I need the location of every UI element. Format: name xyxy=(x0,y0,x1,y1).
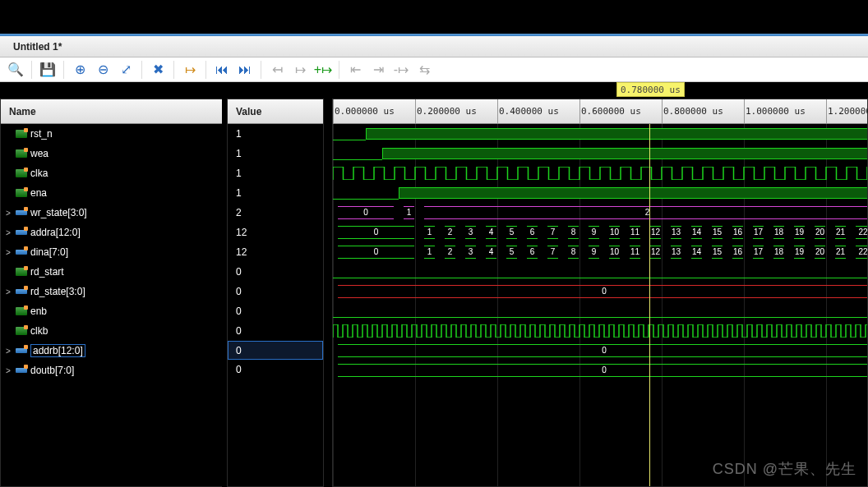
signal-label: ena xyxy=(30,187,47,199)
signal-row-addra120[interactable]: >addra[12:0] xyxy=(1,223,222,242)
bus-signal-icon xyxy=(16,346,27,356)
search-icon[interactable]: 🔍 xyxy=(5,59,26,80)
signal-label: rst_n xyxy=(30,128,53,140)
signal-value: 0 xyxy=(228,301,323,321)
time-tick-label: 0.600000 us xyxy=(581,106,641,117)
signal-value: 0 xyxy=(228,282,323,301)
prev-transition-icon[interactable]: ↤ xyxy=(266,59,288,80)
next-marker-icon[interactable]: ⇥ xyxy=(367,59,389,80)
wave-row-wea[interactable] xyxy=(333,144,867,163)
tab-bar: Untitled 1* xyxy=(0,36,868,57)
cursor-line[interactable] xyxy=(649,124,650,486)
expand-icon[interactable]: > xyxy=(4,287,12,296)
top-black-area xyxy=(0,0,868,34)
bus-signal-icon xyxy=(16,287,27,296)
wave-row-clka[interactable] xyxy=(333,163,867,183)
signal-label: rd_state[3:0] xyxy=(30,286,85,297)
signal-row-ena[interactable]: ena xyxy=(1,183,222,203)
signal-value: 12 xyxy=(228,223,323,242)
wave-row-rst_n[interactable] xyxy=(333,124,867,144)
remove-marker-icon[interactable]: -↦ xyxy=(390,59,412,80)
document-tab[interactable]: Untitled 1* xyxy=(3,37,72,57)
expand-icon[interactable]: > xyxy=(4,248,12,257)
next-transition-icon[interactable]: ↦ xyxy=(289,59,311,80)
wire-signal-icon xyxy=(16,129,27,139)
signal-row-rd_state30[interactable]: >rd_state[3:0] xyxy=(1,282,222,301)
wire-signal-icon xyxy=(16,326,27,336)
name-col-header: Name xyxy=(1,99,222,124)
time-tick-label: 1.000000 us xyxy=(746,106,806,117)
time-ruler[interactable]: 0.000000 us0.200000 us0.400000 us0.60000… xyxy=(333,99,867,124)
signal-row-wr_state30[interactable]: >wr_state[3:0] xyxy=(1,203,222,223)
signal-row-rd_start[interactable]: rd_start xyxy=(1,262,222,282)
signal-label: clkb xyxy=(30,325,48,337)
time-tick-label: 0.200000 us xyxy=(417,106,477,117)
signal-value: 1 xyxy=(228,183,323,203)
signal-label: addra[12:0] xyxy=(30,227,81,238)
wire-signal-icon xyxy=(16,168,27,178)
zoom-fit-icon[interactable]: ⤢ xyxy=(115,59,136,80)
wave-row-addrb[interactable]: 0 xyxy=(333,341,867,361)
signal-row-wea[interactable]: wea xyxy=(1,144,222,163)
save-icon[interactable]: 💾 xyxy=(37,59,58,80)
wire-signal-icon xyxy=(16,149,27,159)
signal-row-rst_n[interactable]: rst_n xyxy=(1,124,222,144)
go-last-icon[interactable]: ⏭ xyxy=(234,59,256,80)
signal-value: 0 xyxy=(228,321,323,341)
signal-label: dina[7:0] xyxy=(30,246,68,258)
signal-value: 0 xyxy=(228,360,323,379)
expand-icon[interactable]: > xyxy=(4,228,12,237)
name-panel: Name rst_nweaclkaena>wr_state[3:0]>addra… xyxy=(0,99,222,487)
wave-row-rd_state[interactable]: 0 xyxy=(333,282,867,301)
prev-marker-icon[interactable]: ⇤ xyxy=(344,59,366,80)
signal-value: 1 xyxy=(228,163,323,183)
swap-cursors-icon[interactable]: ⇆ xyxy=(413,59,435,80)
waveform-panel[interactable]: 0.000000 us0.200000 us0.400000 us0.60000… xyxy=(332,99,868,487)
signal-value: 0 xyxy=(228,341,323,360)
toolbar: 🔍 💾 ⊕ ⊖ ⤢ ✖ ↦ ⏮ ⏭ ↤ ↦ +↦ ⇤ ⇥ -↦ ⇆ xyxy=(0,57,868,82)
wave-row-dina[interactable]: 012345678910111213141516171819202122 xyxy=(333,242,867,262)
wave-row-addra[interactable]: 012345678910111213141516171819202122 xyxy=(333,223,867,242)
bus-signal-icon xyxy=(16,247,27,257)
signal-row-addrb120[interactable]: >addrb[12:0] xyxy=(1,341,222,361)
wave-row-clkb[interactable] xyxy=(333,321,867,341)
signal-row-clka[interactable]: clka xyxy=(1,163,222,183)
bus-signal-icon xyxy=(16,208,27,218)
wire-signal-icon xyxy=(16,188,27,198)
bus-signal-icon xyxy=(16,227,27,237)
signal-row-enb[interactable]: enb xyxy=(1,301,222,321)
signal-row-doutb70[interactable]: >doutb[7:0] xyxy=(1,361,222,380)
signal-row-dina70[interactable]: >dina[7:0] xyxy=(1,242,222,262)
expand-icon[interactable]: > xyxy=(4,347,12,356)
time-tick-label: 1.200000 us xyxy=(828,106,867,117)
signal-value: 1 xyxy=(228,124,323,144)
cursor-readout-bar: 0.780000 us xyxy=(0,82,868,99)
wave-row-ena[interactable] xyxy=(333,183,867,203)
toggle-icon[interactable]: ✖ xyxy=(147,59,169,80)
signal-label: enb xyxy=(30,306,47,317)
wave-row-wr_state[interactable]: 012 xyxy=(333,203,867,223)
workspace: Name rst_nweaclkaena>wr_state[3:0]>addra… xyxy=(0,99,868,487)
signal-label: rd_start xyxy=(30,266,64,278)
wave-row-doutb[interactable]: 0 xyxy=(333,361,867,380)
signal-label: wea xyxy=(30,148,48,159)
wire-signal-icon xyxy=(16,267,27,277)
cursor-time-readout: 0.780000 us xyxy=(616,82,685,97)
bus-signal-icon xyxy=(16,365,27,375)
time-tick-label: 0.800000 us xyxy=(663,106,723,117)
value-col-header: Value xyxy=(228,99,323,124)
time-tick-label: 0.400000 us xyxy=(499,106,559,117)
add-marker-icon[interactable]: +↦ xyxy=(312,59,334,80)
zoom-out-icon[interactable]: ⊖ xyxy=(92,59,113,80)
signal-row-clkb[interactable]: clkb xyxy=(1,321,222,341)
expand-icon[interactable]: > xyxy=(4,209,12,218)
waveform-area[interactable]: 0120123456789101112131415161718192021220… xyxy=(333,124,867,486)
goto-cursor-icon[interactable]: ↦ xyxy=(179,59,201,80)
signal-label: doutb[7:0] xyxy=(30,365,74,376)
expand-icon[interactable]: > xyxy=(4,366,12,375)
signal-value: 2 xyxy=(228,203,323,223)
wave-row-enb[interactable] xyxy=(333,301,867,321)
wave-row-rd_start[interactable] xyxy=(333,262,867,282)
zoom-in-icon[interactable]: ⊕ xyxy=(69,59,90,80)
go-first-icon[interactable]: ⏮ xyxy=(211,59,233,80)
